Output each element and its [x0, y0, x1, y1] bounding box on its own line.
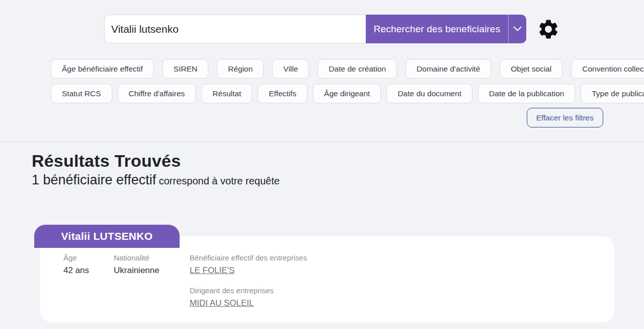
filter-age-dirigeant[interactable]: Âge dirigeant [313, 84, 381, 103]
filter-siren[interactable]: SIREN [163, 59, 208, 79]
nationality-field: Nationalité Ukrainienne [114, 253, 190, 319]
beneficiary-name: Vitalii LUTSENKO [61, 230, 153, 242]
clear-filters-row: Effacer les filtres [51, 108, 603, 127]
age-value: 42 ans [63, 266, 114, 276]
settings-button[interactable] [537, 15, 560, 43]
filter-ville[interactable]: Ville [272, 59, 309, 79]
results-title: Résultats Trouvés [32, 151, 280, 171]
filter-objet-social[interactable]: Objet social [500, 59, 562, 79]
search-button-label: Rechercher des beneficiaires [366, 15, 508, 43]
filter-bar: Âge bénéficiaire effectif SIREN Région V… [51, 59, 603, 108]
chevron-down-icon [513, 26, 522, 32]
company-link-le-folies[interactable]: LE FOLIE'S [190, 266, 234, 275]
director-of-block: Dirigeant des entreprises MIDI AU SOLEIL [190, 286, 307, 308]
filter-domaine-activite[interactable]: Domaine d'activité [406, 59, 491, 79]
beneficiary-search-page: Rechercher des beneficiaires Âge bénéfic… [0, 0, 644, 329]
filter-region[interactable]: Région [217, 59, 264, 79]
beneficiary-of-label: Bénéficiaire effectif des entreprises [190, 253, 307, 262]
filter-statut-rcs[interactable]: Statut RCS [51, 84, 112, 103]
results-subtitle: 1 bénéficiaire effectif correspond à vot… [32, 172, 280, 188]
filter-effectifs[interactable]: Effectifs [258, 84, 307, 103]
filter-date-de-la-publication[interactable]: Date de la publication [478, 84, 575, 103]
results-count: 1 bénéficiaire effectif [32, 172, 156, 187]
clear-filters-button[interactable]: Effacer les filtres [527, 108, 603, 127]
age-field: Âge 42 ans [63, 253, 114, 319]
age-label: Âge [63, 253, 114, 262]
filter-row-1: Âge bénéficiaire effectif SIREN Région V… [51, 59, 603, 79]
filter-age-beneficiaire-effectif[interactable]: Âge bénéficiaire effectif [51, 59, 154, 79]
filter-date-du-document[interactable]: Date du document [386, 84, 472, 103]
search-bar: Rechercher des beneficiaires [104, 15, 560, 43]
director-of-label: Dirigeant des entreprises [190, 286, 307, 295]
gear-icon [537, 18, 560, 41]
beneficiary-card: Âge 42 ans Nationalité Ukrainienne Bénéf… [40, 236, 614, 322]
beneficiary-card-content: Âge 42 ans Nationalité Ukrainienne Bénéf… [40, 236, 614, 319]
filter-convention-collective[interactable]: Convention collective [571, 59, 644, 79]
filter-type-de-publication[interactable]: Type de publication [581, 84, 644, 103]
beneficiary-of-block: Bénéficiaire effectif des entreprises LE… [190, 253, 307, 276]
filter-row-2: Statut RCS Chiffre d'affaires Résultat E… [51, 84, 603, 103]
search-input[interactable] [104, 15, 366, 43]
results-suffix: correspond à votre requête [156, 175, 280, 186]
search-beneficiaries-button[interactable]: Rechercher des beneficiaires [366, 15, 526, 43]
nationality-label: Nationalité [114, 253, 190, 262]
companies-field: Bénéficiaire effectif des entreprises LE… [190, 253, 307, 319]
filter-resultat[interactable]: Résultat [201, 84, 252, 103]
section-divider [0, 142, 644, 142]
results-header: Résultats Trouvés 1 bénéficiaire effecti… [32, 151, 280, 188]
filter-date-de-creation[interactable]: Date de création [317, 59, 397, 79]
filter-chiffre-affaires[interactable]: Chiffre d'affaires [118, 84, 196, 103]
company-link-midi-au-soleil[interactable]: MIDI AU SOLEIL [190, 298, 254, 308]
nationality-value: Ukrainienne [114, 266, 190, 276]
beneficiary-name-tab[interactable]: Vitalii LUTSENKO [34, 225, 180, 248]
search-type-dropdown-toggle[interactable] [508, 15, 526, 43]
